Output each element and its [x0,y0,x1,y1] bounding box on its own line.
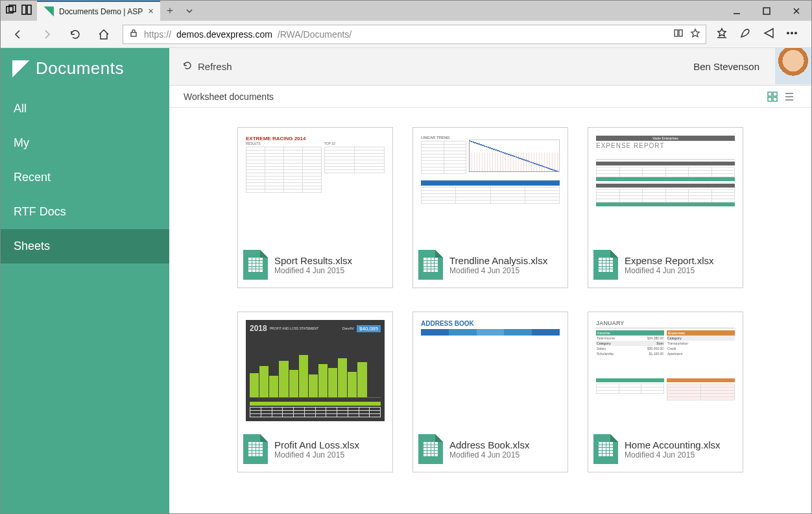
svg-rect-4 [763,8,770,14]
home-button[interactable] [94,25,113,44]
document-modified: Modified 4 Jun 2015 [625,450,721,459]
document-card[interactable]: JANUARY Income Total income:$34,380.00 C… [588,312,743,472]
more-icon[interactable] [785,27,798,42]
lock-icon [128,28,139,40]
document-thumbnail: Vader Enterprises EXPENSE REPORT [588,128,743,245]
document-card[interactable]: ADDRESS BOOK Address Book.xlsx Modified … [412,312,568,472]
sidebar-item-all[interactable]: All [1,92,169,126]
browser-titlebar: Documents Demo | ASP ✕ ＋ [1,1,811,21]
document-thumbnail: LINEAR TREND [413,128,567,245]
minimize-button[interactable] [722,1,752,21]
spreadsheet-icon [593,250,618,280]
spreadsheet-icon [243,250,268,280]
document-modified: Modified 4 Jun 2015 [274,266,352,275]
svg-rect-12 [773,97,777,101]
back-button[interactable] [8,25,28,44]
spreadsheet-icon [418,250,443,280]
brand[interactable]: Documents [1,48,169,92]
document-thumbnail: EXTREME RACING 2014 RESULTS TOP 10 [238,128,392,245]
refresh-icon [182,60,193,73]
url-host: demos.devexpress.com [176,29,272,40]
sidebar-item-recent[interactable]: Recent [1,160,169,195]
svg-rect-3 [27,5,31,14]
document-name: Profit And Loss.xlsx [274,439,359,450]
document-thumbnail: ADDRESS BOOK [413,312,567,429]
brand-text: Documents [36,58,124,79]
address-bar[interactable]: https://demos.devexpress.com/RWA/Documen… [123,25,706,44]
spreadsheet-icon [243,434,268,464]
window-group-icon[interactable] [6,5,16,18]
favorite-icon[interactable] [690,28,700,40]
document-thumbnail: JANUARY Income Total income:$34,380.00 C… [588,312,743,429]
svg-point-8 [795,32,797,34]
sidebar: Documents All My Recent RTF Docs Sheets [1,48,169,513]
sidebar-item-sheets[interactable]: Sheets [1,229,169,263]
document-name: Sport Results.xlsx [274,255,352,266]
url-path: /RWA/Documents/ [278,29,352,40]
new-tab-button[interactable]: ＋ [160,1,180,21]
maximize-button[interactable] [752,1,782,21]
browser-navbar: https://demos.devexpress.com/RWA/Documen… [1,21,811,48]
tab-close-icon[interactable]: ✕ [148,7,154,16]
favicon-icon [43,6,54,17]
spreadsheet-icon [418,434,443,464]
share-icon[interactable] [762,27,775,42]
svg-rect-2 [22,5,26,14]
sidebar-item-rtf[interactable]: RTF Docs [1,195,169,229]
notes-icon[interactable] [739,27,752,42]
browser-tab[interactable]: Documents Demo | ASP ✕ [37,1,160,21]
spreadsheet-icon [593,434,618,464]
svg-rect-11 [768,97,772,101]
brand-icon [12,60,29,77]
document-card[interactable]: LINEAR TREND Trendline Analysis [412,127,568,288]
document-thumbnail: 2018 PROFIT AND LOSS STATEMENT DevAV $40… [238,312,392,429]
tab-title: Documents Demo | ASP [59,7,143,16]
topbar: Refresh Ben Stevenson [169,48,811,86]
document-modified: Modified 4 Jun 2015 [625,266,714,275]
document-modified: Modified 4 Jun 2015 [274,450,359,459]
view-toggle [765,89,797,104]
url-scheme: https:// [144,29,171,40]
tabs-menu-icon[interactable] [180,1,199,21]
subheader: Worksheet documents [169,86,811,108]
avatar[interactable] [775,48,811,84]
app-root: Documents All My Recent RTF Docs Sheets … [1,48,811,513]
document-grid: EXTREME RACING 2014 RESULTS TOP 10 Sport… [195,127,785,472]
refresh-label: Refresh [198,61,232,72]
sidebar-item-my[interactable]: My [1,126,169,160]
list-view-button[interactable] [782,89,797,104]
svg-rect-5 [131,32,136,36]
window-swap-icon[interactable] [21,5,32,18]
document-card[interactable]: 2018 PROFIT AND LOSS STATEMENT DevAV $40… [237,312,393,472]
reading-view-icon[interactable] [673,28,684,40]
refresh-button[interactable]: Refresh [182,60,232,73]
document-card[interactable]: Vader Enterprises EXPENSE REPORT [588,127,743,288]
document-name: Home Accounting.xlsx [625,439,721,450]
page-title: Worksheet documents [184,92,274,102]
svg-rect-10 [773,92,777,96]
document-grid-area: EXTREME RACING 2014 RESULTS TOP 10 Sport… [169,108,811,513]
document-card[interactable]: EXTREME RACING 2014 RESULTS TOP 10 Sport… [237,127,393,288]
document-name: Address Book.xlsx [449,439,529,450]
document-modified: Modified 4 Jun 2015 [449,450,529,459]
document-modified: Modified 4 Jun 2015 [449,266,547,275]
forward-button[interactable] [37,25,56,44]
favorites-list-icon[interactable] [715,27,728,42]
main-panel: Refresh Ben Stevenson Worksheet document… [169,48,811,513]
reload-button[interactable] [66,25,85,44]
thumb-title: EXTREME RACING 2014 [246,136,385,141]
grid-view-button[interactable] [765,89,780,104]
svg-rect-9 [768,92,772,96]
svg-point-7 [791,32,793,34]
document-name: Expense Report.xlsx [625,255,714,266]
user-name[interactable]: Ben Stevenson [693,61,759,72]
document-name: Trendline Analysis.xlsx [449,255,547,266]
svg-point-6 [787,32,789,34]
close-button[interactable] [782,1,811,21]
